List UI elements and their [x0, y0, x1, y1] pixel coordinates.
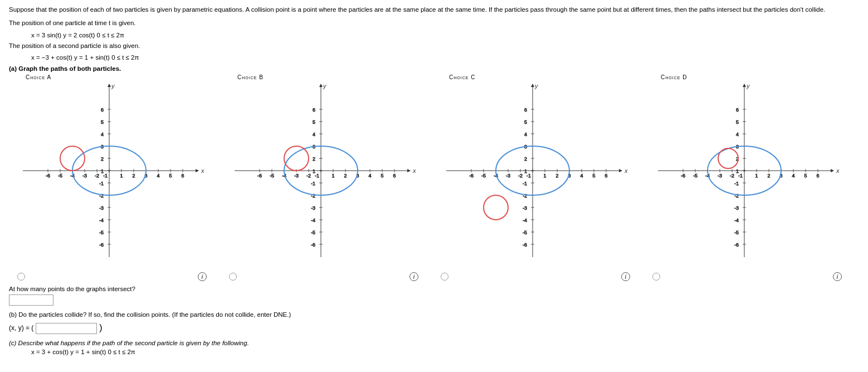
svg-text:-2: -2	[734, 193, 739, 199]
graph-choice-b: Choice B -6 -5 -4 -3 -2 -1 1	[221, 74, 427, 281]
svg-text:-5: -5	[481, 173, 486, 178]
svg-text:-1: -1	[311, 181, 315, 186]
svg-text:-5: -5	[311, 230, 315, 235]
svg-text:-3: -3	[734, 205, 739, 211]
svg-text:-1: -1	[99, 181, 104, 186]
svg-text:5: 5	[313, 119, 315, 125]
svg-text:1: 1	[736, 168, 739, 174]
svg-text:4: 4	[313, 132, 315, 137]
svg-text:-6: -6	[681, 173, 685, 178]
svg-text:6: 6	[736, 107, 739, 113]
svg-text:-5: -5	[523, 230, 527, 235]
choice-d-label: Choice D	[661, 74, 687, 80]
equation-2: x = −3 + cos(t) y = 1 + sin(t) 0 ≤ t ≤ 2…	[31, 54, 859, 61]
svg-text:-1: -1	[526, 173, 531, 178]
svg-text:2: 2	[101, 156, 104, 162]
svg-text:-2: -2	[99, 193, 104, 199]
svg-text:y: y	[111, 83, 115, 89]
svg-point-161	[484, 195, 508, 220]
graph-a-bottom: i	[17, 272, 207, 281]
svg-text:1: 1	[331, 173, 334, 178]
choice-b-label: Choice B	[237, 74, 264, 80]
svg-text:5: 5	[381, 173, 383, 178]
graph-d-bottom: i	[652, 272, 842, 281]
choice-c-radio[interactable]	[441, 273, 448, 281]
svg-text:5: 5	[804, 173, 807, 178]
svg-text:-5: -5	[58, 173, 62, 178]
svg-text:y: y	[746, 83, 750, 89]
svg-text:-3: -3	[523, 205, 527, 211]
svg-text:1: 1	[313, 168, 315, 174]
svg-text:-3: -3	[311, 205, 315, 211]
graph-c-bottom: i	[441, 272, 630, 281]
choice-b-info[interactable]: i	[409, 272, 418, 281]
graph-choice-c: Choice C -6 -5 -4 -3 -2 -1 1	[432, 74, 638, 281]
collision-suffix: )	[99, 323, 102, 333]
choice-d-radio[interactable]	[652, 273, 660, 281]
intersection-question: At how many points do the graphs interse…	[9, 286, 859, 306]
svg-text:-2: -2	[523, 193, 527, 199]
svg-text:6: 6	[524, 107, 527, 113]
svg-text:-5: -5	[693, 173, 698, 178]
svg-text:x: x	[836, 167, 840, 174]
svg-text:6: 6	[101, 107, 104, 113]
svg-text:1: 1	[524, 168, 527, 174]
svg-text:2: 2	[767, 173, 770, 178]
svg-text:-3: -3	[718, 173, 722, 178]
graph-choice-a: Choice A -6 -5	[9, 74, 215, 281]
equation-3: x = 3 + cos(t) y = 1 + sin(t) 0 ≤ t ≤ 2π	[31, 349, 859, 355]
svg-text:-5: -5	[734, 230, 739, 235]
choice-a-info[interactable]: i	[198, 272, 207, 281]
svg-text:1: 1	[101, 168, 104, 174]
svg-text:-6: -6	[46, 173, 50, 178]
intersect-label: At how many points do the graphs interse…	[9, 286, 859, 292]
svg-text:x: x	[201, 167, 204, 174]
svg-text:x: x	[412, 167, 416, 174]
svg-text:6: 6	[393, 173, 396, 178]
choice-c-label: Choice C	[449, 74, 475, 80]
intro-line2: The position of one particle at time t i…	[9, 18, 859, 28]
graph-b-bottom: i	[229, 272, 418, 281]
svg-text:-2: -2	[518, 173, 523, 178]
svg-text:-5: -5	[270, 173, 274, 178]
svg-text:-6: -6	[99, 242, 104, 248]
choice-a-radio[interactable]	[17, 273, 25, 281]
choice-d-info[interactable]: i	[833, 272, 842, 281]
svg-text:5: 5	[169, 173, 172, 178]
svg-text:4: 4	[157, 173, 159, 178]
svg-text:2: 2	[344, 173, 347, 178]
graph-a-area: -6 -5 -4 -3 -2 -1 1 2 3 4 5 6 6 5 4 3	[17, 81, 207, 271]
part-c-label: (c) Describe what happens if the path of…	[9, 340, 859, 346]
collision-input[interactable]	[36, 323, 97, 334]
svg-text:4: 4	[524, 132, 527, 137]
svg-text:-6: -6	[469, 173, 474, 178]
svg-text:5: 5	[736, 119, 739, 125]
svg-text:6: 6	[313, 107, 315, 113]
intersect-input[interactable]	[9, 294, 53, 306]
graph-b-area: -6 -5 -4 -3 -2 -1 1 2 3 4 5 6 6 5 4 3 2	[229, 81, 418, 271]
svg-text:5: 5	[524, 119, 527, 125]
svg-text:-4: -4	[311, 218, 315, 223]
svg-text:2: 2	[132, 173, 135, 178]
svg-text:6: 6	[181, 173, 184, 178]
choice-b-radio[interactable]	[229, 273, 237, 281]
svg-text:-1: -1	[315, 173, 319, 178]
svg-text:4: 4	[101, 132, 104, 137]
choice-c-info[interactable]: i	[621, 272, 630, 281]
svg-text:-1: -1	[523, 181, 527, 186]
svg-text:x: x	[624, 167, 628, 174]
svg-text:4: 4	[736, 132, 739, 137]
svg-text:-2: -2	[306, 173, 311, 178]
svg-text:1: 1	[120, 173, 123, 178]
svg-text:-2: -2	[730, 173, 734, 178]
graph-d-area: -6 -5 -4 -3 -2 -1 1 2 3 4 5 6 6 5 4 3 2	[652, 81, 842, 271]
svg-text:-4: -4	[734, 218, 739, 223]
graph-choice-d: Choice D -6 -5 -4 -3 -2 -1 1	[644, 74, 850, 281]
svg-text:-3: -3	[99, 205, 104, 211]
svg-text:1: 1	[755, 173, 758, 178]
svg-text:-6: -6	[523, 242, 527, 248]
svg-text:y: y	[534, 83, 539, 89]
svg-text:-6: -6	[734, 242, 739, 248]
svg-text:-3: -3	[82, 173, 87, 178]
svg-point-107	[284, 146, 309, 171]
